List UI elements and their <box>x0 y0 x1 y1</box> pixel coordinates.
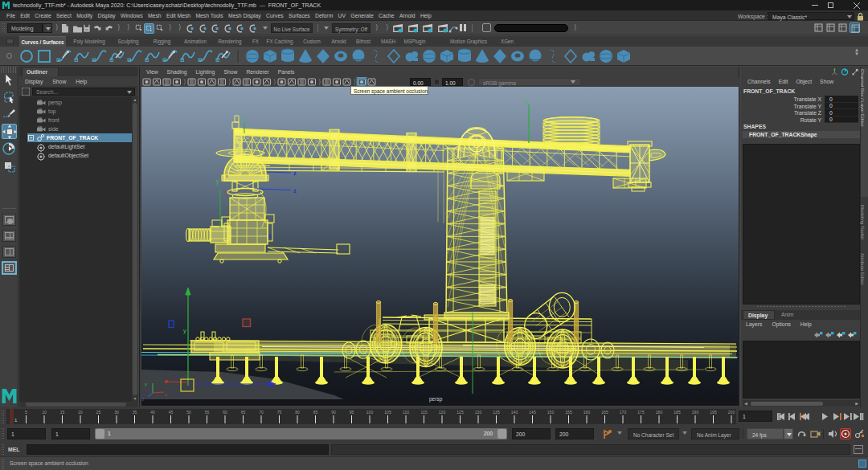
svg-text:135: 135 <box>493 410 500 415</box>
svg-text:10: 10 <box>42 410 47 415</box>
svg-text:15: 15 <box>60 410 65 415</box>
svg-text:35: 35 <box>133 410 137 415</box>
svg-text:y: y <box>241 116 244 122</box>
svg-text:⟩: ⟩ <box>183 78 186 86</box>
svg-text:185: 185 <box>674 410 681 415</box>
svg-text:85: 85 <box>313 410 318 415</box>
svg-text:50: 50 <box>186 410 191 415</box>
svg-text:45: 45 <box>169 410 174 415</box>
svg-text:125: 125 <box>457 410 464 415</box>
svg-text:⟩: ⟩ <box>318 78 321 86</box>
svg-text:40: 40 <box>150 410 155 415</box>
svg-text:y: y <box>145 382 147 386</box>
svg-text:130: 130 <box>475 410 482 415</box>
svg-text:95: 95 <box>350 410 354 415</box>
svg-text:30: 30 <box>114 410 119 415</box>
svg-text:60: 60 <box>223 410 227 415</box>
svg-text:⟩: ⟩ <box>354 78 357 86</box>
svg-text:y: y <box>216 178 219 185</box>
svg-text:115: 115 <box>421 410 428 415</box>
svg-text:x: x <box>226 174 228 178</box>
svg-text:z: z <box>268 232 272 239</box>
svg-text:⟩: ⟩ <box>273 78 276 86</box>
svg-text:190: 190 <box>692 410 699 415</box>
svg-text:70: 70 <box>259 410 264 415</box>
svg-text:170: 170 <box>620 410 627 415</box>
svg-text:y: y <box>525 98 528 104</box>
svg-text:y: y <box>183 327 186 334</box>
svg-text:145: 145 <box>529 410 536 415</box>
svg-text:z: z <box>293 170 297 177</box>
svg-text:55: 55 <box>205 410 210 415</box>
svg-text:175: 175 <box>637 410 645 415</box>
svg-text:180: 180 <box>656 410 663 415</box>
svg-text:110: 110 <box>403 410 409 415</box>
svg-text:⟩: ⟩ <box>228 78 231 86</box>
svg-text:195: 195 <box>710 410 717 415</box>
svg-text:100: 100 <box>366 410 374 415</box>
svg-text:105: 105 <box>384 410 391 415</box>
svg-text:90: 90 <box>331 410 336 415</box>
svg-text:z: z <box>293 187 297 194</box>
svg-text:160: 160 <box>583 410 591 415</box>
svg-text:5: 5 <box>25 410 27 415</box>
svg-text:200: 200 <box>728 410 735 415</box>
svg-text:65: 65 <box>241 410 246 415</box>
svg-text:x: x <box>165 392 167 397</box>
svg-text:150: 150 <box>547 410 555 415</box>
svg-text:80: 80 <box>295 410 300 415</box>
svg-text:20: 20 <box>78 410 83 415</box>
svg-text:x: x <box>225 190 227 194</box>
svg-text:165: 165 <box>601 410 608 415</box>
svg-text:120: 120 <box>439 410 446 415</box>
svg-text:140: 140 <box>511 410 518 415</box>
svg-text:z: z <box>142 397 145 402</box>
svg-text:25: 25 <box>96 410 101 415</box>
svg-text:75: 75 <box>277 410 282 415</box>
svg-text:155: 155 <box>565 410 572 415</box>
